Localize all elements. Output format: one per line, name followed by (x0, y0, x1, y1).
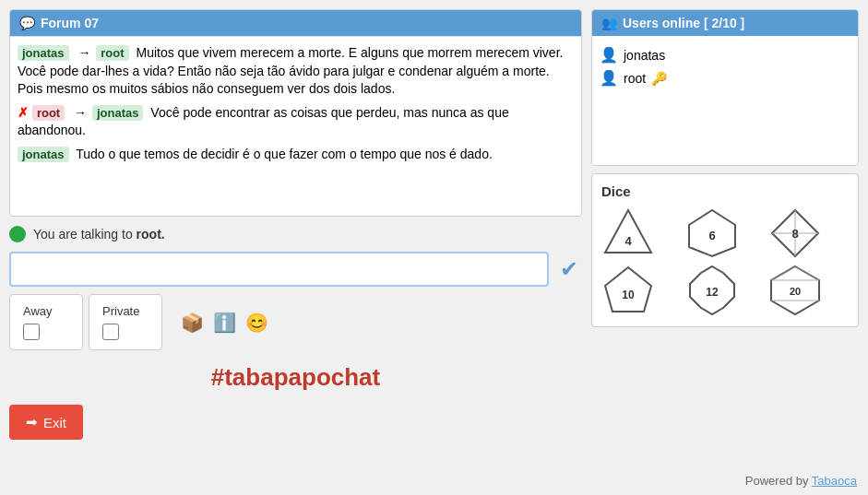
user-badge-root: 🔑 (651, 71, 667, 86)
user-name-jonatas: jonatas (624, 48, 665, 63)
package-button[interactable]: 📦 (181, 312, 204, 334)
users-icon: 👥 (601, 16, 617, 30)
talking-bar: You are talking to root. (9, 224, 582, 244)
die-d12[interactable]: 12 (685, 264, 739, 317)
svg-text:6: 6 (708, 229, 715, 242)
message-1: jonatas → root Muitos que vivem merecem … (18, 44, 574, 99)
svg-text:8: 8 (792, 227, 799, 241)
user-item-jonatas: 👤 jonatas (600, 43, 850, 66)
talking-text: You are talking to root. (33, 227, 165, 242)
msg1-from: jonatas (18, 45, 69, 61)
away-checkbox[interactable] (23, 324, 40, 340)
chat-input[interactable] (9, 252, 549, 287)
users-header: 👥 Users online [ 2/10 ] (592, 10, 858, 36)
dice-panel: Dice 4 6 8 (591, 173, 859, 327)
msg2-arrow: → (74, 105, 87, 120)
talking-target: root. (137, 227, 165, 242)
forum-messages: jonatas → root Muitos que vivem merecem … (10, 36, 581, 216)
die-d10[interactable]: 10 (601, 264, 655, 317)
die-d4[interactable]: 4 (601, 206, 655, 260)
msg2-text: Você pode encontrar as coisas que perdeu… (18, 105, 509, 138)
away-checkbox-group: Away (9, 294, 83, 350)
info-button[interactable]: ℹ️ (213, 312, 236, 334)
private-label: Private (102, 304, 139, 318)
emoji-button[interactable]: 😊 (245, 312, 268, 334)
msg3-text: Tudo o que temos de decidir é o que faze… (76, 147, 493, 161)
users-header-text: Users online [ 2/10 ] (623, 16, 744, 30)
footer-prefix: Powered by (745, 474, 809, 488)
msg1-to: root (96, 45, 128, 61)
svg-text:4: 4 (624, 234, 632, 248)
die-d8[interactable]: 8 (768, 206, 822, 260)
exit-icon: ➡ (26, 414, 38, 430)
forum-header: 💬 Forum 07 (10, 10, 581, 36)
options-row: Away Private 📦 ℹ️ 😊 (9, 294, 582, 350)
message-2: ✗ root → jonatas Você pode encontrar as … (18, 104, 574, 140)
dice-grid: 4 6 8 10 (601, 206, 849, 317)
svg-text:10: 10 (622, 289, 635, 301)
talking-prefix: You are talking to (33, 227, 133, 242)
msg1-arrow: → (77, 45, 90, 60)
die-d6[interactable]: 6 (685, 206, 739, 260)
msg2-to: jonatas (92, 105, 144, 121)
users-list: 👤 jonatas 👤 root 🔑 (592, 36, 858, 165)
svg-text:12: 12 (706, 286, 719, 299)
msg3-from: jonatas (18, 147, 69, 162)
online-indicator (9, 226, 26, 242)
user-item-root: 👤 root 🔑 (600, 66, 850, 89)
msg2-from: root (32, 105, 65, 121)
message-3: jonatas Tudo o que temos de decidir é o … (18, 146, 574, 164)
channel-name: #tabapapochat (9, 358, 582, 397)
footer: Powered by Tabaoca (745, 474, 857, 488)
user-icon-jonatas: 👤 (600, 46, 618, 64)
exit-button[interactable]: ➡ Exit (9, 405, 83, 440)
forum-panel: 💬 Forum 07 jonatas → root Muitos que viv… (9, 9, 582, 217)
forum-title: Forum 07 (41, 16, 99, 30)
users-panel: 👥 Users online [ 2/10 ] 👤 jonatas 👤 root… (591, 9, 859, 166)
exit-label: Exit (43, 415, 66, 430)
private-checkbox[interactable] (102, 324, 119, 340)
user-name-root: root (624, 71, 646, 86)
away-label: Away (23, 304, 53, 318)
forum-icon: 💬 (19, 16, 35, 30)
input-row: ✔ (9, 252, 582, 287)
dice-title: Dice (601, 183, 849, 199)
icon-group: 📦 ℹ️ 😊 (181, 312, 268, 334)
private-checkbox-group: Private (89, 294, 162, 350)
die-d20[interactable]: 20 (768, 264, 822, 317)
footer-link[interactable]: Tabaoca (812, 474, 857, 488)
user-icon-root: 👤 (600, 69, 618, 87)
msg2-x: ✗ (18, 105, 29, 120)
send-button[interactable]: ✔ (556, 256, 582, 282)
checkbox-group: Away Private (9, 294, 162, 350)
svg-text:20: 20 (790, 286, 801, 297)
